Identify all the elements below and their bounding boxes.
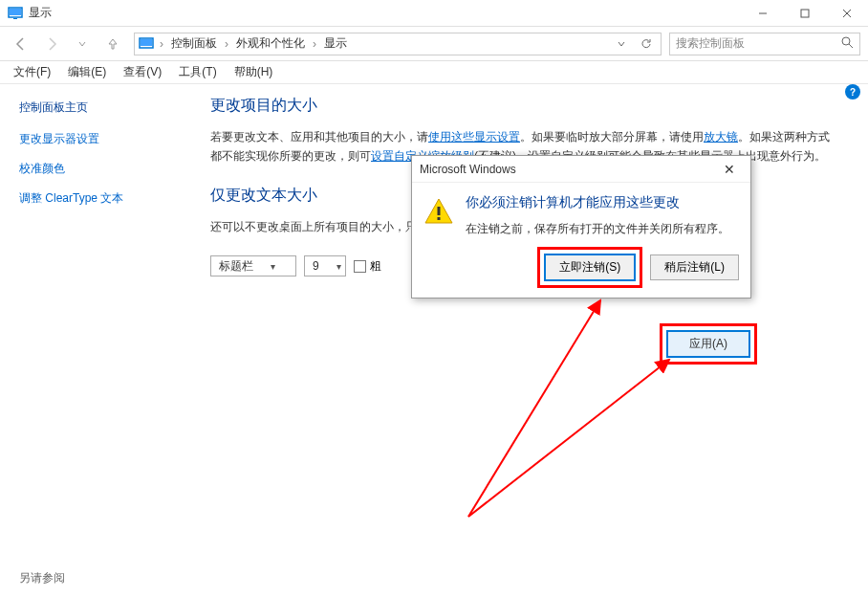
display-icon — [139, 36, 154, 52]
sidebar-link-display-settings[interactable]: 更改显示器设置 — [19, 131, 172, 147]
dialog-title: Microsoft Windows — [420, 163, 716, 176]
up-button[interactable] — [99, 31, 126, 57]
apply-button-container: 应用(A) — [660, 323, 757, 365]
annotation-highlight: 立即注销(S) — [537, 247, 642, 288]
logout-dialog: Microsoft Windows ✕ 你必须注销计算机才能应用这些更改 在注销… — [411, 155, 751, 298]
chevron-right-icon: › — [158, 37, 165, 51]
dialog-heading: 你必须注销计算机才能应用这些更改 — [466, 194, 739, 211]
breadcrumb-item[interactable]: 外观和个性化 — [234, 35, 307, 52]
text: 若要更改文本、应用和其他项目的大小，请 — [210, 130, 428, 144]
see-also-label: 另请参阅 — [19, 570, 172, 586]
heading-change-size: 更改项目的大小 — [210, 96, 839, 116]
svg-line-10 — [849, 44, 853, 48]
warning-icon — [423, 196, 454, 227]
sidebar-link-cleartype[interactable]: 调整 ClearType 文本 — [19, 190, 172, 207]
search-input[interactable]: 搜索控制面板 — [669, 33, 860, 55]
select-value: 标题栏 — [219, 258, 253, 275]
chevron-right-icon: › — [311, 37, 318, 51]
logout-later-button[interactable]: 稍后注销(L) — [650, 254, 739, 280]
refresh-button[interactable] — [636, 37, 657, 51]
breadcrumb-item[interactable]: 控制面板 — [169, 35, 219, 52]
sidebar-home[interactable]: 控制面板主页 — [19, 100, 172, 116]
dialog-footer: 立即注销(S) 稍后注销(L) — [537, 247, 739, 288]
svg-rect-8 — [141, 39, 152, 46]
svg-point-9 — [842, 37, 850, 45]
text: 。如果要临时放大部分屏幕，请使用 — [520, 130, 704, 144]
search-icon — [840, 35, 854, 52]
annotation-highlight: 应用(A) — [660, 323, 757, 365]
svg-rect-12 — [438, 217, 441, 220]
svg-rect-4 — [801, 10, 809, 17]
bold-checkbox[interactable]: 粗 — [354, 258, 381, 275]
menu-help[interactable]: 帮助(H) — [227, 61, 281, 83]
menu-bar: 文件(F) 编辑(E) 查看(V) 工具(T) 帮助(H) — [0, 61, 868, 84]
display-icon — [8, 6, 23, 21]
breadcrumb-item[interactable]: 显示 — [322, 35, 349, 52]
select-value: 9 — [313, 259, 319, 273]
menu-edit[interactable]: 编辑(E) — [60, 61, 114, 83]
recent-dropdown[interactable] — [69, 31, 96, 57]
size-select[interactable]: 9 ▾ — [304, 255, 346, 276]
chevron-right-icon: › — [223, 37, 230, 51]
chevron-down-icon: ▾ — [336, 261, 341, 272]
menu-tools[interactable]: 工具(T) — [171, 61, 224, 83]
address-dropdown[interactable] — [611, 39, 632, 49]
logout-now-button[interactable]: 立即注销(S) — [544, 254, 636, 281]
dialog-titlebar: Microsoft Windows ✕ — [412, 156, 750, 183]
sidebar-link-calibrate[interactable]: 校准颜色 — [19, 161, 172, 177]
svg-rect-1 — [10, 9, 21, 15]
maximize-button[interactable] — [784, 0, 826, 27]
dialog-body: 你必须注销计算机才能应用这些更改 在注销之前，保存所有打开的文件并关闭所有程序。 — [412, 183, 750, 249]
search-placeholder: 搜索控制面板 — [676, 35, 840, 52]
help-icon[interactable]: ? — [845, 84, 860, 100]
item-select[interactable]: 标题栏 ▾ — [210, 255, 296, 276]
menu-file[interactable]: 文件(F) — [6, 61, 58, 83]
chevron-down-icon: ▾ — [271, 261, 275, 272]
address-bar[interactable]: › 控制面板 › 外观和个性化 › 显示 — [134, 33, 662, 55]
svg-rect-11 — [438, 207, 441, 215]
checkbox-label: 粗 — [370, 258, 381, 275]
menu-view[interactable]: 查看(V) — [116, 61, 169, 83]
close-button[interactable] — [826, 0, 868, 27]
dialog-text: 在注销之前，保存所有打开的文件并关闭所有程序。 — [466, 221, 739, 237]
apply-button[interactable]: 应用(A) — [666, 330, 750, 358]
sidebar: 控制面板主页 更改显示器设置 校准颜色 调整 ClearType 文本 另请参阅… — [0, 84, 191, 597]
svg-rect-2 — [13, 18, 17, 19]
window-title: 显示 — [29, 5, 742, 21]
link-magnifier[interactable]: 放大镜 — [704, 130, 738, 144]
window-titlebar: 显示 — [0, 0, 868, 27]
navigation-bar: › 控制面板 › 外观和个性化 › 显示 搜索控制面板 — [0, 27, 868, 61]
forward-button[interactable] — [38, 31, 65, 57]
link-display-settings[interactable]: 使用这些显示设置 — [428, 130, 520, 144]
checkbox-box — [354, 260, 366, 273]
back-button[interactable] — [8, 31, 34, 57]
dialog-content: 你必须注销计算机才能应用这些更改 在注销之前，保存所有打开的文件并关闭所有程序。 — [466, 194, 739, 237]
minimize-button[interactable] — [742, 0, 784, 27]
dialog-close-button[interactable]: ✕ — [716, 156, 743, 183]
